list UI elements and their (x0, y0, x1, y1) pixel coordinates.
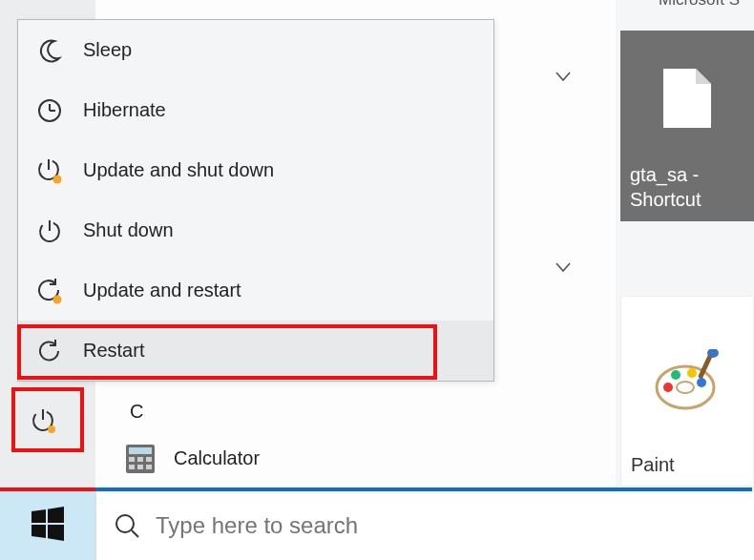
taskbar (0, 491, 754, 560)
svg-point-4 (663, 383, 673, 392)
search-input[interactable] (156, 512, 652, 539)
svg-rect-17 (146, 465, 152, 469)
power-badge-icon (35, 156, 64, 185)
file-icon (663, 69, 711, 132)
power-option-restart[interactable]: Restart (18, 321, 493, 381)
svg-point-29 (53, 295, 62, 303)
clock-icon (35, 96, 64, 125)
svg-point-7 (697, 378, 706, 387)
chevron-down-icon[interactable] (554, 258, 573, 277)
svg-rect-16 (137, 465, 143, 469)
svg-point-34 (116, 515, 134, 532)
power-option-update-shutdown[interactable]: Update and shut down (18, 140, 493, 200)
svg-marker-30 (31, 509, 46, 523)
app-list-letter-header[interactable]: C (130, 401, 506, 423)
power-option-label: Update and shut down (83, 159, 274, 181)
svg-rect-13 (137, 457, 143, 462)
svg-rect-12 (129, 457, 135, 462)
svg-marker-1 (696, 69, 711, 84)
svg-line-35 (132, 530, 138, 537)
power-button[interactable] (29, 405, 57, 434)
search-icon (114, 512, 140, 539)
tile-label: gta_sa - Shortcut (630, 162, 744, 212)
svg-marker-31 (48, 507, 64, 523)
restart-icon (35, 337, 64, 365)
power-option-shutdown[interactable]: Shut down (18, 200, 493, 260)
tile-gta-sa-shortcut[interactable]: gta_sa - Shortcut (620, 31, 754, 221)
windows-logo-icon (30, 506, 66, 546)
tile-microsoft-partial[interactable]: Microsoft S (659, 0, 754, 11)
power-option-label: Shut down (83, 219, 174, 241)
tile-paint[interactable]: Paint (620, 296, 754, 487)
svg-rect-11 (129, 447, 152, 454)
power-option-label: Update and restart (83, 280, 241, 301)
power-option-update-restart[interactable]: Update and restart (18, 260, 493, 321)
svg-marker-32 (31, 525, 46, 538)
paint-icon (654, 349, 721, 420)
svg-point-20 (48, 425, 55, 433)
svg-point-26 (53, 175, 62, 183)
svg-rect-15 (129, 465, 135, 469)
svg-rect-14 (146, 457, 152, 462)
restart-badge-icon (35, 277, 64, 305)
start-app-list: C Calculator (124, 401, 506, 480)
svg-point-5 (671, 370, 681, 380)
svg-point-3 (677, 382, 694, 393)
power-option-label: Hibernate (83, 99, 166, 121)
start-button[interactable] (0, 491, 95, 560)
chevron-down-icon[interactable] (554, 67, 573, 86)
moon-icon (35, 36, 64, 65)
svg-marker-33 (48, 525, 64, 541)
app-list-item-label: Calculator (174, 447, 260, 469)
power-option-label: Sleep (83, 39, 132, 61)
power-option-hibernate[interactable]: Hibernate (18, 80, 493, 140)
power-options-menu: Sleep Hibernate Update and shut down Shu… (17, 19, 494, 382)
power-option-label: Restart (83, 340, 144, 362)
power-option-sleep[interactable]: Sleep (18, 20, 493, 80)
taskbar-search[interactable] (95, 491, 754, 560)
app-list-item-calculator[interactable]: Calculator (124, 437, 506, 480)
svg-point-6 (687, 368, 697, 378)
calculator-icon (124, 443, 157, 475)
start-tiles-column: Microsoft S gta_sa - Shortcut Paint (616, 0, 754, 491)
tile-label: Paint (631, 454, 744, 476)
power-icon (35, 217, 64, 245)
